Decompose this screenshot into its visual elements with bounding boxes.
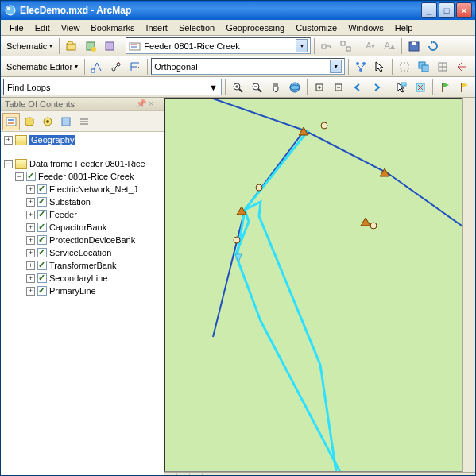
data-view-icon[interactable]: ▦ bbox=[164, 473, 177, 476]
scrollbar-horizontal[interactable] bbox=[215, 473, 475, 476]
forward-icon[interactable] bbox=[368, 79, 385, 96]
tree-item[interactable]: +Feeder bbox=[2, 208, 162, 221]
maximize-button[interactable]: □ bbox=[439, 2, 455, 18]
map-tabs: ▦ ▢ ⟳ ‖ bbox=[164, 472, 475, 476]
tree-item[interactable]: +PrimaryLine bbox=[2, 284, 162, 297]
zoom-out-fixed-icon[interactable] bbox=[330, 79, 347, 96]
svg-point-20 bbox=[359, 68, 362, 72]
svg-line-28 bbox=[239, 89, 242, 92]
increase-font-icon[interactable]: A▴ bbox=[381, 37, 398, 55]
svg-rect-5 bbox=[106, 42, 114, 50]
menu-insert[interactable]: Insert bbox=[140, 21, 173, 34]
pin-icon[interactable]: 📌 bbox=[136, 99, 147, 110]
tree-group-geography[interactable]: +Geography bbox=[2, 134, 162, 146]
list-by-source-icon[interactable] bbox=[21, 113, 38, 130]
menu-view[interactable]: View bbox=[56, 21, 86, 34]
svg-rect-49 bbox=[8, 122, 14, 124]
new-diagram-icon[interactable] bbox=[82, 37, 99, 55]
menu-selection[interactable]: Selection bbox=[173, 21, 220, 34]
menu-bookmarks[interactable]: Bookmarks bbox=[85, 21, 140, 34]
open-icon[interactable] bbox=[63, 37, 80, 55]
tree-item[interactable]: +SecondaryLine bbox=[2, 272, 162, 284]
window-arrange-icon[interactable] bbox=[337, 37, 354, 55]
flag-yellow-icon[interactable] bbox=[455, 79, 473, 96]
schematic-editor-dropdown[interactable]: Schematic Editor bbox=[3, 60, 81, 73]
dropdown-icon[interactable]: ▼ bbox=[296, 39, 308, 52]
full-extent-icon[interactable] bbox=[286, 79, 304, 96]
zoom-out-icon[interactable] bbox=[248, 79, 265, 96]
refresh-view-icon[interactable]: ⟳ bbox=[190, 473, 203, 476]
minimize-button[interactable]: _ bbox=[421, 2, 437, 18]
menu-help[interactable]: Help bbox=[389, 21, 419, 34]
svg-rect-47 bbox=[6, 118, 16, 126]
layer-tree[interactable]: +Geography −Data frame Feeder 0801-Rice … bbox=[1, 132, 164, 476]
scrollbar-vertical[interactable] bbox=[462, 98, 475, 472]
dropdown-icon[interactable]: ▼ bbox=[209, 83, 218, 92]
map-canvas[interactable] bbox=[164, 98, 462, 472]
tree-item[interactable]: +CapacitorBank bbox=[2, 221, 162, 234]
svg-point-0 bbox=[6, 6, 15, 15]
app-icon bbox=[4, 4, 17, 17]
clear-selected-icon[interactable] bbox=[412, 79, 429, 96]
save-edits-icon[interactable] bbox=[405, 37, 423, 55]
layout-view-icon[interactable]: ▢ bbox=[177, 473, 190, 476]
search-input[interactable]: Find Loops ▼ bbox=[3, 79, 222, 95]
svg-rect-53 bbox=[62, 118, 70, 126]
select-features-icon[interactable] bbox=[393, 79, 410, 96]
svg-line-32 bbox=[258, 89, 261, 92]
svg-point-1 bbox=[7, 7, 10, 10]
tree-item[interactable]: +ProtectionDeviceBank bbox=[2, 234, 162, 246]
move-node-icon[interactable] bbox=[88, 58, 106, 75]
tree-item[interactable]: +ElectricNetwork_Net_J bbox=[2, 183, 162, 195]
propagate-icon[interactable] bbox=[318, 37, 335, 55]
list-by-selection-icon[interactable] bbox=[57, 113, 75, 130]
close-button[interactable]: × bbox=[456, 2, 472, 18]
grid-icon[interactable] bbox=[434, 58, 451, 75]
list-by-drawing-icon[interactable] bbox=[2, 113, 20, 130]
edit-vertices-icon[interactable] bbox=[107, 58, 125, 75]
svg-rect-41 bbox=[401, 83, 406, 86]
tree-item[interactable]: +TransformerBank bbox=[2, 259, 162, 272]
tree-group-dataframe[interactable]: −Data frame Feeder 0801-Rice bbox=[2, 157, 162, 170]
schematic-dropdown[interactable]: Schematic bbox=[3, 40, 56, 52]
menu-geoprocessing[interactable]: Geoprocessing bbox=[220, 21, 290, 34]
svg-rect-2 bbox=[67, 44, 75, 50]
toolbar-search: Find Loops ▼ bbox=[1, 77, 475, 98]
zoom-in-fixed-icon[interactable] bbox=[311, 79, 328, 96]
diagram-combo[interactable]: Feeder 0801-Rice Creek ▼ bbox=[126, 37, 311, 54]
menu-windows[interactable]: Windows bbox=[342, 21, 389, 34]
pan-icon[interactable] bbox=[267, 79, 284, 96]
clear-selection-icon[interactable] bbox=[396, 58, 413, 75]
dropdown-icon[interactable]: ▼ bbox=[330, 60, 342, 73]
toolbar-schematic: Schematic Feeder 0801-Rice Creek ▼ A▾ A▴ bbox=[1, 36, 475, 56]
zoom-in-icon[interactable] bbox=[229, 79, 246, 96]
menu-edit[interactable]: Edit bbox=[29, 21, 56, 34]
tree-layout-icon[interactable] bbox=[352, 58, 370, 75]
layout-combo-value: Orthogonal bbox=[154, 62, 197, 72]
svg-rect-23 bbox=[422, 65, 428, 72]
checkbox[interactable] bbox=[26, 172, 36, 181]
toolbar-editor: Schematic Editor Orthogonal ▼ bbox=[1, 56, 475, 77]
update-diagram-icon[interactable] bbox=[101, 37, 118, 55]
flag-green-icon[interactable] bbox=[436, 79, 454, 96]
close-panel-icon[interactable]: × bbox=[149, 99, 160, 110]
select-all-icon[interactable] bbox=[415, 58, 432, 75]
tree-item[interactable]: +ServiceLocation bbox=[2, 246, 162, 259]
decrease-font-icon[interactable]: A▾ bbox=[362, 37, 379, 55]
list-by-visibility-icon[interactable] bbox=[39, 113, 56, 130]
svg-rect-14 bbox=[91, 69, 95, 72]
layout-icon[interactable] bbox=[126, 58, 144, 75]
options-icon[interactable] bbox=[75, 113, 93, 130]
menu-file[interactable]: File bbox=[4, 21, 29, 34]
menu-customize[interactable]: Customize bbox=[290, 21, 342, 34]
tree-layer-feeder[interactable]: −Feeder 0801-Rice Creek bbox=[2, 170, 162, 183]
undo-layout-icon[interactable] bbox=[453, 58, 470, 75]
back-icon[interactable] bbox=[349, 79, 366, 96]
diagram-combo-value: Feeder 0801-Rice Creek bbox=[144, 41, 239, 51]
select-icon[interactable] bbox=[371, 58, 389, 75]
tree-item[interactable]: +Substation bbox=[2, 195, 162, 208]
refresh-icon[interactable] bbox=[424, 37, 442, 55]
layout-combo[interactable]: Orthogonal ▼ bbox=[151, 58, 345, 75]
pause-view-icon[interactable]: ‖ bbox=[203, 473, 215, 476]
svg-point-60 bbox=[370, 223, 377, 229]
